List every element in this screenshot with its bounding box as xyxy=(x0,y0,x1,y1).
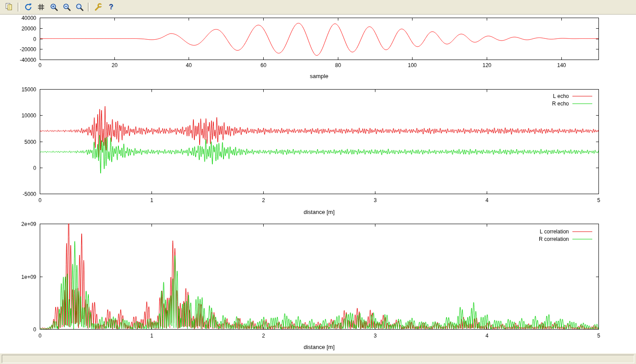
chart-sample-waveform[interactable] xyxy=(0,15,636,82)
toolbar: ? xyxy=(0,0,636,15)
zoom-reset-icon xyxy=(75,3,84,11)
gnuplot-window: ? xyxy=(0,0,636,364)
help-button[interactable]: ? xyxy=(105,1,117,13)
chart-correlation-vs-distance[interactable] xyxy=(0,218,636,353)
chart-echo-vs-distance[interactable] xyxy=(0,82,636,218)
zoom-reset-button[interactable] xyxy=(73,1,85,13)
toolbar-separator xyxy=(88,3,90,11)
toolbar-separator xyxy=(18,3,19,11)
copy-to-clipboard-icon xyxy=(5,3,14,11)
status-bar xyxy=(0,353,636,364)
zoom-out-icon xyxy=(62,3,71,11)
help-icon: ? xyxy=(109,4,114,11)
toggle-grid-button[interactable] xyxy=(35,1,47,13)
configure-button[interactable] xyxy=(92,1,104,13)
replot-icon xyxy=(24,3,33,11)
status-field xyxy=(2,355,634,363)
zoom-in-button[interactable] xyxy=(48,1,60,13)
zoom-in-icon xyxy=(49,3,58,11)
zoom-out-button[interactable] xyxy=(61,1,72,13)
grid-icon xyxy=(37,3,45,11)
copy-to-clipboard-button[interactable] xyxy=(3,1,15,13)
plot-area xyxy=(0,15,636,353)
replot-button[interactable] xyxy=(22,1,34,13)
wrench-icon xyxy=(94,3,103,11)
